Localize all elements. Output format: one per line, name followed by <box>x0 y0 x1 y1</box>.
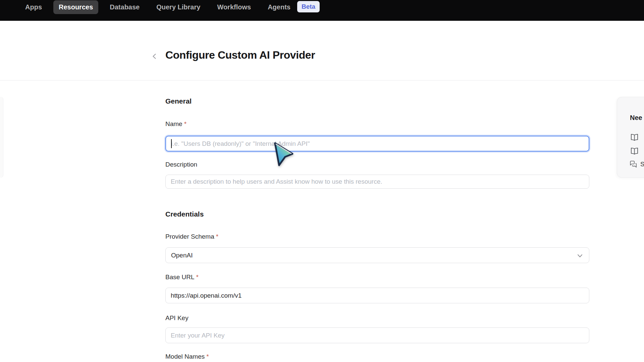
provider-schema-label-text: Provider Schema <box>165 233 214 240</box>
base-url-input[interactable] <box>165 288 589 303</box>
help-panel-heading: Nee <box>630 114 642 122</box>
provider-schema-label: Provider Schema* <box>165 233 218 240</box>
help-link-label: S <box>640 161 644 168</box>
mouse-cursor-icon <box>272 141 296 169</box>
help-link-docs-2[interactable] <box>630 146 642 156</box>
provider-schema-select[interactable]: OpenAI <box>165 247 589 263</box>
required-marker: * <box>206 353 209 360</box>
provider-schema-value: OpenAI <box>171 252 193 259</box>
chevron-down-icon <box>576 252 584 259</box>
beta-badge: Beta <box>297 1 320 12</box>
header-divider <box>0 80 644 80</box>
help-link-chat[interactable]: S <box>629 160 644 168</box>
help-panel: Nee S <box>617 97 644 178</box>
name-input[interactable] <box>165 136 589 152</box>
name-label: Name* <box>165 120 186 128</box>
nav-item-query-library[interactable]: Query Library <box>151 0 206 14</box>
section-heading-credentials: Credentials <box>165 210 204 218</box>
nav-item-workflows[interactable]: Workflows <box>212 0 256 14</box>
model-names-label-text: Model Names <box>165 353 205 360</box>
model-names-label: Model Names* <box>165 353 209 360</box>
required-marker: * <box>196 274 199 281</box>
required-marker: * <box>184 120 186 127</box>
book-icon <box>630 133 639 142</box>
book-icon <box>630 146 639 156</box>
section-heading-general: General <box>165 97 192 105</box>
description-label: Description <box>165 161 197 168</box>
nav-item-resources[interactable]: Resources <box>53 0 98 14</box>
nav-item-database[interactable]: Database <box>104 0 145 14</box>
nav-item-agents[interactable]: Agents <box>262 0 296 14</box>
description-input[interactable] <box>165 175 589 189</box>
help-link-docs-1[interactable] <box>630 133 642 142</box>
left-card-edge <box>0 97 3 178</box>
api-key-label: API Key <box>165 314 189 322</box>
chevron-left-icon <box>151 53 158 60</box>
chat-icon <box>629 160 637 168</box>
api-key-input[interactable] <box>165 327 589 343</box>
page: Apps Resources Database Query Library Wo… <box>0 0 644 362</box>
page-title: Configure Custom AI Provider <box>165 49 315 61</box>
name-label-text: Name <box>165 120 182 127</box>
required-marker: * <box>216 233 218 240</box>
text-caret <box>171 139 172 148</box>
top-nav: Apps Resources Database Query Library Wo… <box>0 0 644 21</box>
back-button[interactable] <box>150 52 159 61</box>
base-url-label-text: Base URL <box>165 274 195 281</box>
nav-item-apps[interactable]: Apps <box>20 0 47 14</box>
base-url-label: Base URL* <box>165 274 199 281</box>
